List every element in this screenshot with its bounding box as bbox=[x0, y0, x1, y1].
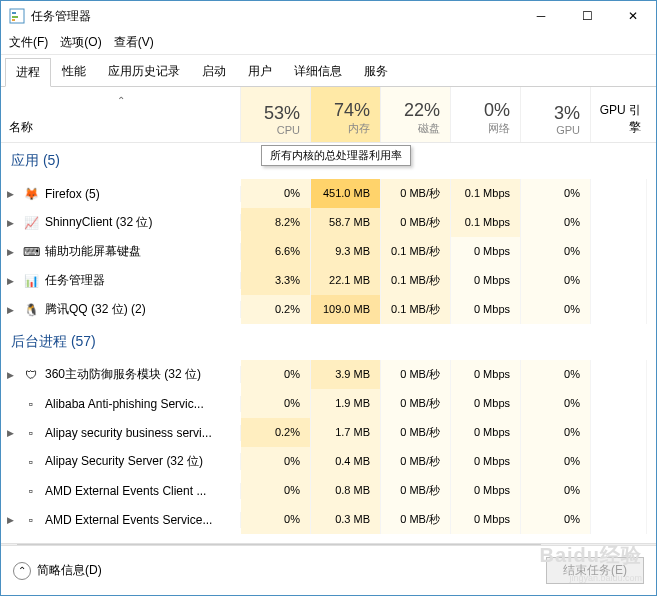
metric-cell: 0 MB/秒 bbox=[381, 447, 451, 476]
process-name: 腾讯QQ (32 位) (2) bbox=[45, 301, 146, 318]
metric-cell: 0.2% bbox=[241, 295, 311, 324]
metric-cell: 1.7 MB bbox=[311, 418, 381, 447]
metric-cell: 0 MB/秒 bbox=[381, 208, 451, 237]
tab-1[interactable]: 性能 bbox=[51, 57, 97, 86]
metric-cell: 0% bbox=[241, 179, 311, 208]
metric-cell: 3.3% bbox=[241, 266, 311, 295]
minimize-button[interactable]: ─ bbox=[518, 1, 564, 31]
process-row[interactable]: ▶▫AMD External Events Service...0%0.3 MB… bbox=[1, 505, 656, 534]
process-icon: ▫ bbox=[23, 396, 39, 412]
tooltip: 所有内核的总处理器利用率 bbox=[261, 145, 411, 166]
sort-indicator-icon: ⌃ bbox=[117, 95, 125, 106]
process-row[interactable]: ▶🐧腾讯QQ (32 位) (2)0.2%109.0 MB0.1 MB/秒0 M… bbox=[1, 295, 656, 324]
metric-cell: 0 MB/秒 bbox=[381, 360, 451, 389]
process-row[interactable]: ▶📊任务管理器3.3%22.1 MB0.1 MB/秒0 Mbps0% bbox=[1, 266, 656, 295]
process-icon: 📈 bbox=[23, 215, 39, 231]
metric-cell: 0% bbox=[521, 389, 591, 418]
svg-rect-2 bbox=[12, 16, 18, 18]
process-row[interactable]: ▫Alibaba Anti-phishing Servic...0%1.9 MB… bbox=[1, 389, 656, 418]
process-row[interactable]: ▶📈ShinnyClient (32 位)8.2%58.7 MB0 MB/秒0.… bbox=[1, 208, 656, 237]
process-row[interactable]: ▶🛡360主动防御服务模块 (32 位)0%3.9 MB0 MB/秒0 Mbps… bbox=[1, 360, 656, 389]
process-name: Alipay Security Server (32 位) bbox=[45, 453, 203, 470]
metric-cell: 451.0 MB bbox=[311, 179, 381, 208]
column-cpu[interactable]: 53% CPU bbox=[241, 87, 311, 142]
metric-cell: 0 Mbps bbox=[451, 360, 521, 389]
metric-cell: 1.9 MB bbox=[311, 389, 381, 418]
app-icon bbox=[9, 8, 25, 24]
tab-5[interactable]: 详细信息 bbox=[283, 57, 353, 86]
metric-cell: 0% bbox=[521, 505, 591, 534]
metric-cell: 0 MB/秒 bbox=[381, 389, 451, 418]
expand-icon[interactable]: ▶ bbox=[7, 247, 17, 257]
expand-icon[interactable]: ▶ bbox=[7, 305, 17, 315]
end-task-button[interactable]: 结束任务(E) bbox=[546, 557, 644, 584]
metric-cell: 0 Mbps bbox=[451, 389, 521, 418]
metric-cell: 0.1 MB/秒 bbox=[381, 266, 451, 295]
close-button[interactable]: ✕ bbox=[610, 1, 656, 31]
tab-0[interactable]: 进程 bbox=[5, 58, 51, 87]
process-row[interactable]: ▶🦊Firefox (5)0%451.0 MB0 MB/秒0.1 Mbps0% bbox=[1, 179, 656, 208]
metric-cell: 0 Mbps bbox=[451, 237, 521, 266]
expand-icon[interactable]: ▶ bbox=[7, 515, 17, 525]
metric-cell: 0% bbox=[521, 179, 591, 208]
svg-rect-1 bbox=[12, 12, 16, 14]
metric-cell: 0 MB/秒 bbox=[381, 418, 451, 447]
metric-cell: 0 Mbps bbox=[451, 295, 521, 324]
tab-3[interactable]: 启动 bbox=[191, 57, 237, 86]
metric-cell: 0.1 MB/秒 bbox=[381, 295, 451, 324]
group-header: 后台进程 (57) bbox=[1, 324, 656, 360]
metric-cell: 3.9 MB bbox=[311, 360, 381, 389]
column-memory[interactable]: 74% 内存 bbox=[311, 87, 381, 142]
fewer-details-button[interactable]: ⌃ 简略信息(D) bbox=[13, 562, 102, 580]
metric-cell: 0% bbox=[241, 476, 311, 505]
expand-icon[interactable]: ▶ bbox=[7, 428, 17, 438]
metric-cell: 0% bbox=[241, 389, 311, 418]
metric-cell: 109.0 MB bbox=[311, 295, 381, 324]
process-name: Alibaba Anti-phishing Servic... bbox=[45, 397, 204, 411]
process-row[interactable]: ▫Alipay Security Server (32 位)0%0.4 MB0 … bbox=[1, 447, 656, 476]
process-row[interactable]: ▶▫Alipay security business servi...0.2%1… bbox=[1, 418, 656, 447]
expand-icon[interactable]: ▶ bbox=[7, 276, 17, 286]
process-name: AMD External Events Client ... bbox=[45, 484, 206, 498]
process-row[interactable]: ▶⌨辅助功能屏幕键盘6.6%9.3 MB0.1 MB/秒0 Mbps0% bbox=[1, 237, 656, 266]
metric-cell: 0.1 Mbps bbox=[451, 208, 521, 237]
metric-cell: 0.1 MB/秒 bbox=[381, 237, 451, 266]
column-name[interactable]: ⌃ 名称 bbox=[1, 87, 241, 142]
process-icon: ▫ bbox=[23, 454, 39, 470]
metric-cell: 0% bbox=[521, 208, 591, 237]
column-network[interactable]: 0% 网络 bbox=[451, 87, 521, 142]
process-name: Alipay security business servi... bbox=[45, 426, 212, 440]
maximize-button[interactable]: ☐ bbox=[564, 1, 610, 31]
menu-view[interactable]: 查看(V) bbox=[114, 34, 154, 51]
metric-cell: 0.4 MB bbox=[311, 447, 381, 476]
metric-cell: 0 Mbps bbox=[451, 476, 521, 505]
metric-cell: 0 Mbps bbox=[451, 266, 521, 295]
menu-file[interactable]: 文件(F) bbox=[9, 34, 48, 51]
metric-cell: 0% bbox=[521, 360, 591, 389]
process-icon: 🐧 bbox=[23, 302, 39, 318]
process-name: 360主动防御服务模块 (32 位) bbox=[45, 366, 201, 383]
svg-rect-3 bbox=[12, 19, 15, 21]
tab-6[interactable]: 服务 bbox=[353, 57, 399, 86]
expand-icon[interactable]: ▶ bbox=[7, 218, 17, 228]
metric-cell: 0 MB/秒 bbox=[381, 179, 451, 208]
column-gpu-engine[interactable]: GPU 引擎 bbox=[591, 87, 647, 142]
metric-cell: 0 MB/秒 bbox=[381, 476, 451, 505]
metric-cell: 0% bbox=[241, 360, 311, 389]
tab-4[interactable]: 用户 bbox=[237, 57, 283, 86]
metric-cell: 22.1 MB bbox=[311, 266, 381, 295]
process-icon: 🛡 bbox=[23, 367, 39, 383]
metric-cell: 0% bbox=[241, 447, 311, 476]
menu-options[interactable]: 选项(O) bbox=[60, 34, 101, 51]
metric-cell: 0% bbox=[521, 418, 591, 447]
expand-icon[interactable]: ▶ bbox=[7, 189, 17, 199]
process-icon: ▫ bbox=[23, 512, 39, 528]
process-row[interactable]: ▫AMD External Events Client ...0%0.8 MB0… bbox=[1, 476, 656, 505]
expand-icon[interactable]: ▶ bbox=[7, 370, 17, 380]
column-gpu[interactable]: 3% GPU bbox=[521, 87, 591, 142]
process-name: ShinnyClient (32 位) bbox=[45, 214, 152, 231]
column-disk[interactable]: 22% 磁盘 bbox=[381, 87, 451, 142]
metric-cell: 0% bbox=[521, 476, 591, 505]
tab-2[interactable]: 应用历史记录 bbox=[97, 57, 191, 86]
metric-cell: 0 MB/秒 bbox=[381, 505, 451, 534]
